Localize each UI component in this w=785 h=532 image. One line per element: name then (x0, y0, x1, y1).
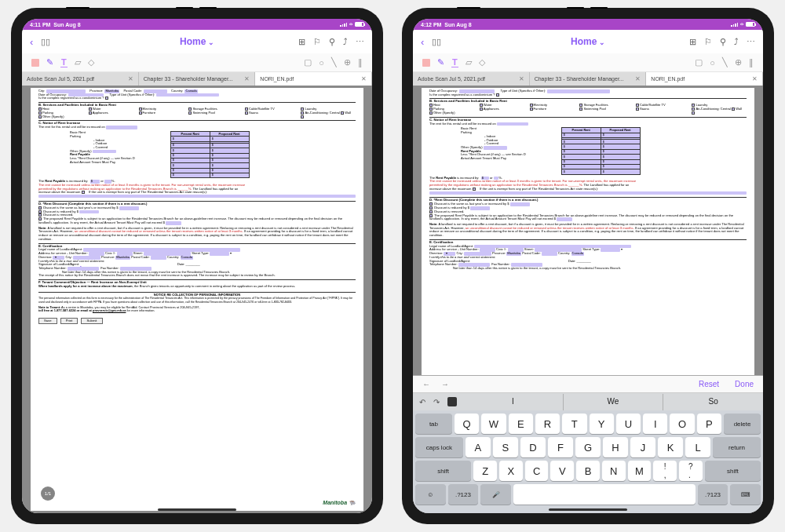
key-t[interactable]: T (562, 414, 586, 434)
pdf-page[interactable]: City: Province: Manitoba Postal Code: Co… (31, 88, 363, 511)
key-u[interactable]: U (616, 414, 641, 434)
key-delete[interactable]: delete (724, 414, 761, 434)
eraser-tool[interactable]: ◇ (88, 57, 94, 67)
title-home[interactable]: Home (180, 36, 214, 47)
key-c[interactable]: C (525, 461, 549, 481)
pen-tool[interactable]: ✎ (46, 57, 53, 67)
menu-icon[interactable]: ⋯ (747, 37, 755, 47)
tab-chapter-33[interactable]: Chapter 33 - Shareholder Manager...✕ (530, 72, 647, 86)
line-tool[interactable]: ╲ (331, 57, 337, 67)
tab-adobe-scan[interactable]: Adobe Scan Jul 5, 2021.pdf✕ (413, 72, 530, 86)
key-j[interactable]: J (630, 437, 655, 457)
key-space[interactable] (513, 484, 696, 505)
bookmark-icon[interactable]: ⚐ (313, 37, 321, 47)
key-period[interactable]: ?. (679, 461, 703, 481)
tab-chapter-33[interactable]: Chapter 33 - Shareholder Manager...✕ (139, 72, 256, 86)
kbd-reset[interactable]: Reset (699, 380, 719, 388)
sticky-note-tool[interactable] (31, 59, 39, 67)
key-shift-right[interactable]: shift (705, 461, 761, 481)
clipboard-icon[interactable] (447, 397, 457, 406)
key-z[interactable]: Z (473, 461, 497, 481)
redo-icon[interactable]: ↷ (433, 398, 440, 406)
text-tool[interactable]: T (451, 57, 458, 67)
home-indicator[interactable] (158, 508, 236, 511)
add-tool[interactable]: ⊕ (735, 57, 742, 67)
power-button[interactable] (66, 7, 89, 9)
print-button[interactable]: Print (60, 318, 78, 325)
key-p[interactable]: P (697, 414, 721, 434)
sticky-note-tool[interactable] (422, 59, 430, 67)
key-k[interactable]: K (658, 437, 683, 457)
key-w[interactable]: W (481, 414, 506, 434)
search-icon[interactable]: ⚲ (329, 37, 335, 47)
sidebar-icon[interactable]: ▯▯ (41, 37, 50, 47)
volume-up-button[interactable] (567, 7, 584, 9)
close-icon[interactable]: ✕ (241, 75, 250, 82)
key-f[interactable]: F (548, 437, 573, 457)
key-h[interactable]: H (603, 437, 628, 457)
close-icon[interactable]: ✕ (358, 75, 367, 82)
submit-button[interactable]: Submit (81, 318, 102, 325)
key-m[interactable]: M (628, 461, 652, 481)
kbd-done[interactable]: Done (735, 380, 754, 388)
title-home[interactable]: Home (571, 36, 605, 47)
key-v[interactable]: V (550, 461, 574, 481)
shape-rect-tool[interactable]: ▢ (304, 57, 312, 67)
power-button[interactable] (457, 7, 480, 9)
key-dismiss-keyboard[interactable]: ⌨ (730, 484, 761, 505)
highlighter-tool[interactable]: ▱ (466, 57, 472, 67)
close-icon[interactable]: ✕ (632, 75, 641, 82)
text-tool[interactable]: T (60, 57, 68, 67)
key-n[interactable]: N (602, 461, 626, 481)
home-indicator[interactable] (549, 508, 627, 511)
back-button[interactable]: ‹ (30, 36, 33, 48)
document-viewport[interactable]: City: Province: Manitoba Postal Code: Co… (22, 86, 372, 513)
key-numeric-right[interactable]: .?123 (698, 484, 728, 505)
suggestion-2[interactable]: We (564, 394, 664, 410)
search-icon[interactable]: ⚲ (720, 37, 726, 47)
eraser-tool[interactable]: ◇ (479, 57, 485, 67)
key-shift-left[interactable]: shift (415, 461, 471, 481)
apps-icon[interactable]: ⊞ (689, 37, 696, 47)
key-b[interactable]: B (576, 461, 600, 481)
pen-tool[interactable]: ✎ (437, 57, 444, 67)
highlighter-tool[interactable]: ▱ (75, 57, 81, 67)
tab-adobe-scan[interactable]: Adobe Scan Jul 5, 2021.pdf✕ (22, 72, 139, 86)
key-numeric-left[interactable]: .?123 (448, 484, 479, 505)
key-s[interactable]: S (493, 437, 518, 457)
line-tool[interactable]: ╲ (722, 57, 728, 67)
key-capslock[interactable]: caps lock (415, 437, 463, 457)
key-x[interactable]: X (499, 461, 523, 481)
tab-nori-en[interactable]: NORI_EN.pdf✕ (646, 72, 763, 86)
tab-nori-en[interactable]: NORI_EN.pdf✕ (255, 72, 372, 86)
key-o[interactable]: O (670, 414, 694, 434)
key-y[interactable]: Y (590, 414, 614, 434)
key-a[interactable]: A (466, 437, 491, 457)
volume-down-button[interactable] (199, 7, 217, 9)
bookmark-icon[interactable]: ⚐ (704, 37, 712, 47)
shape-circle-tool[interactable]: ○ (710, 58, 715, 67)
shape-rect-tool[interactable]: ▢ (695, 57, 703, 67)
sidebar-icon[interactable]: ▯▯ (432, 37, 441, 47)
key-comma[interactable]: !, (653, 461, 677, 481)
save-button[interactable]: Save (38, 318, 57, 325)
key-e[interactable]: E (509, 414, 533, 434)
key-l[interactable]: L (685, 437, 710, 457)
menu-icon[interactable]: ⋯ (356, 37, 364, 47)
key-mic[interactable]: 🎤 (480, 484, 511, 505)
add-tool[interactable]: ⊕ (344, 57, 351, 67)
suggestion-3[interactable]: So (663, 394, 763, 410)
volume-down-button[interactable] (590, 7, 608, 9)
share-icon[interactable]: ⤴ (343, 37, 348, 46)
key-g[interactable]: G (575, 437, 601, 457)
close-icon[interactable]: ✕ (125, 75, 133, 82)
share-icon[interactable]: ⤴ (734, 37, 739, 46)
key-r[interactable]: R (535, 414, 560, 434)
apps-icon[interactable]: ⊞ (298, 37, 305, 47)
volume-up-button[interactable] (176, 7, 193, 9)
key-d[interactable]: D (520, 437, 546, 457)
key-i[interactable]: I (643, 414, 667, 434)
key-tab[interactable]: tab (415, 414, 452, 434)
key-q[interactable]: Q (455, 414, 479, 434)
key-emoji[interactable]: ☺ (415, 484, 446, 505)
